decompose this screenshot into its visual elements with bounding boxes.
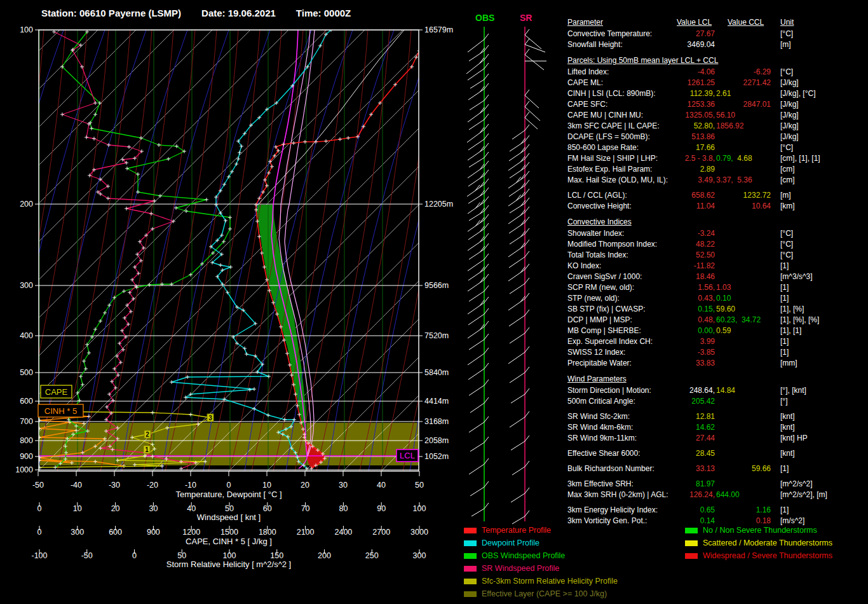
svg-text:900: 900 [147,528,160,537]
svg-text:1: 1 [145,446,149,453]
parameter-label: STP (new, old): [567,293,620,304]
cape-label: CAPE [41,385,72,398]
parameter-label: FM Hail Size | SHIP | LHP: [567,153,658,164]
legend-label: No / Non Severe Thunderstorms [703,526,817,535]
value-lcl-extra: 0.59 [716,326,731,336]
value-lcl-extra: 60.23, 34.72 [716,315,761,326]
legend-swatch [464,528,477,533]
parameter-row: CAPE ML:1261.252271.42[J/kg] [567,78,865,88]
value-lcl: 1253.36 [661,99,715,110]
value-lcl: 2.89 [661,164,715,175]
svg-text:Temperature, Dewpoint [ °C ]: Temperature, Dewpoint [ °C ] [175,490,281,499]
svg-text:700: 700 [20,417,33,426]
svg-text:16579m: 16579m [424,25,453,34]
value-lcl: 2.5 - 3.8, [661,153,715,164]
legend-item-profile: Dewpoint Profile [464,537,618,549]
parameter-label: Bulk Richardson Number: [567,463,654,474]
value-lcl: 17.66 [661,142,715,153]
parameter-label: Max 3km SRH (0-2km) | AGL: [567,490,668,500]
parameter-row: 3km Energy Helicity Index:0.651.16[1] [567,505,865,516]
svg-text:-20: -20 [147,481,158,490]
svg-text:100: 100 [20,25,33,34]
unit-label: [°C] [780,142,793,153]
svg-text:40: 40 [187,504,196,513]
unit-label: [J/kg] [780,121,799,132]
parameter-label: CAPE ML: [567,78,603,88]
svg-text:3168m: 3168m [424,417,449,426]
unit-label: [knt] [780,411,795,422]
unit-label: [J/kg], [°C] [780,88,815,99]
unit-label: [J/kg] [780,110,799,121]
parameter-label: CINH | LSI (LCL: 890mB): [567,88,656,99]
svg-text:LCL: LCL [400,451,415,460]
value-lcl: -4.06 [661,67,715,78]
svg-text:300: 300 [71,528,84,537]
legend-label: Widespread / Severe Thunderstorms [703,551,832,560]
value-lcl: 0.48, [661,315,715,326]
svg-text:1500: 1500 [220,528,238,537]
parameter-row: 3km Effective SRH:81.97[m^2/s^2] [567,479,865,490]
parameter-row: SR Wind 4km-6km:14.62[knt] [567,422,865,433]
svg-text:30: 30 [149,504,158,513]
parameter-label: SR Wind 4km-6km: [567,422,633,433]
parameter-label: SR Wind Sfc-2km: [567,411,630,422]
parameter-label: Snowfall Height: [567,39,623,50]
legend-label: SR Windspeed Profile [482,564,559,573]
parameter-label: Effective Shear 6000: [567,448,641,459]
value-lcl: 205.42 [661,396,715,407]
parameter-label: Craven SigSvr / 1000: [567,271,642,282]
svg-text:4414m: 4414m [424,397,449,406]
parameter-row: 850-600 Lapse Rate:17.66[°C] [567,142,865,153]
value-lcl-extra: 0.10 [716,293,731,304]
parameter-row: DCAPE (LFS = 500mB):513.86[J/kg] [567,132,865,142]
svg-text:1052m: 1052m [424,452,449,461]
parameter-row: FM Hail Size | SHIP | LHP:2.5 - 3.8,0.79… [567,153,865,164]
value-lcl-extra: 1856.92 [716,121,743,132]
value-lcl: 513.86 [661,132,715,142]
value-lcl: 27.44 [661,433,715,444]
value-ccl: 1.16 [720,505,771,516]
parameter-row: SB STP (fix) | CWASP:0.15,59.60[1], [%] [567,304,865,315]
skewt-diagram: 32110016579m20012205m3009566m4007520m500… [0,0,566,604]
parameter-row: DCP | MMP | MSP:0.48,60.23, 34.72[1], [%… [567,315,865,326]
svg-text:500: 500 [20,368,33,377]
value-lcl: 112.39, [661,88,715,99]
unit-label: [°C] [780,67,793,78]
col-header-parameter: Parameter [567,17,603,28]
svg-text:7520m: 7520m [424,331,449,340]
svg-text:70: 70 [301,504,310,513]
svg-text:-50: -50 [32,481,44,490]
parameter-label: 500m Critical Angle: [567,396,635,407]
legend-label: Temperature Profile [482,526,551,535]
unit-label: [1] [780,293,789,304]
parameter-label: MB Comp | SHERBE: [567,326,641,336]
sounding-app-window: { "title": { "station": "Station: 06610 … [0,0,868,604]
parameter-label: 3km Effective SRH: [567,479,634,490]
parameter-row: Exp. Supercell Index CH:3.99[1] [567,336,865,347]
svg-text:80: 80 [339,504,348,513]
unit-label: [°] [780,396,787,407]
parameter-label: SWISS 12 Index: [567,347,625,358]
value-lcl: -11.82 [661,261,715,271]
svg-text:2058m: 2058m [424,436,449,445]
value-lcl: 27.67 [661,29,715,39]
unit-label: [1] [780,505,789,516]
parameter-row: CAPE SFC:1253.362847.01[J/kg] [567,99,865,110]
parameter-label: DCP | MMP | MSP: [567,315,632,326]
legend-swatch [464,579,477,584]
parameter-label: Convective Height: [567,201,632,212]
value-ccl: 2271.42 [720,78,771,88]
svg-text:-10: -10 [185,481,196,490]
legend-item-profile: OBS Windspeed Profile [464,549,618,562]
unit-label: [1], [%], [%] [780,315,819,326]
svg-text:40: 40 [377,481,386,490]
value-lcl: -3.85 [661,347,715,358]
parameter-row: SWISS 12 Index:-3.85[1] [567,347,865,358]
unit-label: [knt] [780,448,795,459]
parameter-label: LCL / CCL (AGL): [567,190,627,201]
parameter-table-header: Parameter Value LCL Value CCL Unit [567,17,865,29]
svg-text:0: 0 [227,481,231,490]
value-lcl-extra: 59.60 [716,304,735,315]
legend-swatch [464,553,477,559]
svg-text:0: 0 [37,504,42,513]
